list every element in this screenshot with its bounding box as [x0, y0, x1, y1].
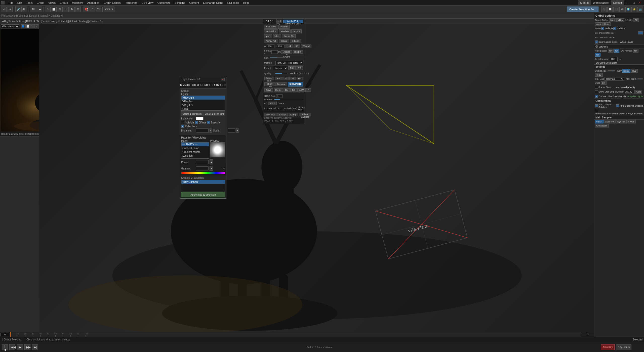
dr-btn[interactable]: DR — [289, 77, 296, 80]
de-btn[interactable]: DE — [282, 77, 289, 80]
render-main-btn[interactable]: RENDER — [288, 82, 303, 86]
quality-slider[interactable] — [275, 73, 288, 74]
forcevray-check[interactable] — [595, 109, 598, 112]
output-btn[interactable]: Output — [291, 29, 302, 33]
on-tab[interactable]: On — [608, 49, 614, 53]
effects-dropdown[interactable]: effectsResult — [1, 24, 19, 28]
lock-btn[interactable]: Lock — [285, 45, 293, 48]
preview-btn[interactable]: Preview — [279, 29, 291, 33]
menu-group[interactable]: Group — [34, 1, 46, 5]
aa-off-tab[interactable]: Off — [633, 18, 639, 22]
selectcam-btn[interactable]: Select cam — [264, 77, 274, 80]
max-tab[interactable]: Max — [609, 18, 616, 22]
off-tab[interactable]: Off — [614, 49, 620, 53]
width-input[interactable] — [267, 45, 274, 48]
comp-btn[interactable]: Comp — [289, 113, 298, 116]
create-btn[interactable]: Create — [279, 39, 289, 43]
gicolor-input[interactable] — [610, 57, 618, 61]
play-btn[interactable]: ▶ — [17, 344, 23, 350]
menu-file[interactable]: File — [7, 1, 15, 5]
light-color-swatch[interactable] — [196, 117, 204, 120]
angle-snap-btn[interactable]: ∠ — [90, 7, 95, 12]
gicaustics-tab[interactable]: GI caustics — [595, 124, 609, 127]
undo-btn[interactable]: ↩ — [1, 7, 7, 12]
timeline-track[interactable]: 0 10 20 30 40 50 60 70 80 90 100 — [10, 332, 581, 337]
rotate-btn[interactable]: ↻ — [69, 7, 75, 12]
filter-dropdown[interactable]: All — [30, 7, 42, 12]
redo-btn[interactable]: ↪ — [7, 7, 13, 12]
dynram-input[interactable] — [625, 90, 635, 94]
menu-animation[interactable]: Animation — [85, 1, 102, 5]
srgb2-tab[interactable]: sRGB — [627, 120, 636, 123]
workspace-dropdown[interactable]: Default — [611, 1, 624, 5]
maps-list[interactable]: — EMPTY — Gradient round Gradient square… — [181, 142, 209, 159]
menu-civil-view[interactable]: Civil View — [139, 1, 155, 5]
menu-customize[interactable]: Customize — [155, 1, 173, 5]
init-save-btn[interactable]: Init / Save — [264, 25, 277, 29]
create-1pt-btn[interactable]: Create 1 point light — [181, 111, 203, 116]
bucketsize-slider[interactable] — [608, 70, 615, 71]
distance-arrow[interactable]: ▲ — [210, 128, 212, 133]
anim-full-btn[interactable]: Anim / Full — [264, 39, 278, 43]
adjust-btn[interactable]: Adjust to Enviro — [281, 50, 292, 54]
cheap-btn[interactable]: Cheap — [277, 113, 288, 116]
spiral-tab[interactable]: Spiral — [622, 69, 630, 73]
save-btn[interactable]: Save — [264, 88, 273, 92]
framestamp-check[interactable] — [595, 86, 598, 89]
prev-frame-btn[interactable]: |◀ — [2, 344, 8, 350]
current-frame-input[interactable] — [1, 333, 9, 336]
vbaa-tab[interactable]: VBAA — [595, 120, 603, 123]
denoise-btn[interactable]: Denoise — [275, 82, 287, 86]
showlast-btn[interactable]: Show Last — [264, 82, 275, 86]
calc-tab[interactable]: Calc — [635, 90, 642, 94]
p-btn[interactable]: P — [306, 88, 311, 92]
view-btn[interactable]: View ▼ — [104, 7, 114, 12]
hlb-tab[interactable]: HLB — [631, 69, 638, 73]
menu-rendering[interactable]: Rendering — [123, 1, 140, 5]
autopilot-tab[interactable]: AutoPilot — [604, 120, 616, 123]
next-key-btn[interactable]: ▶▶ — [24, 344, 30, 350]
menu-modifiers[interactable]: Modifiers — [70, 1, 85, 5]
elem-btn[interactable]: Elem. — [274, 88, 283, 92]
dynthr-tab[interactable]: Dyn Thr — [616, 120, 627, 123]
ed-btn[interactable]: ED — [296, 66, 303, 70]
ignore-alpha-check[interactable]: ✓ — [595, 40, 598, 43]
vraylog-check[interactable] — [595, 90, 598, 93]
sr2-tab[interactable]: SR — [601, 81, 607, 85]
menu-scripting[interactable]: Scripting — [173, 1, 187, 5]
rendersetup-btn[interactable]: ⚙ — [619, 7, 625, 12]
infos-btn[interactable]: Infos — [273, 34, 281, 38]
subpixel-btn[interactable]: SubPixel — [264, 113, 276, 116]
apply-close-btn[interactable]: Apply SR to scene and close — [283, 20, 303, 23]
calmap-select[interactable]: Reinhard — [605, 77, 624, 81]
wizard-btn[interactable]: Wizard — [301, 45, 311, 48]
height-input[interactable] — [277, 45, 285, 48]
anim-fly-btn[interactable]: Anim / Fly — [282, 34, 296, 38]
created-light-1[interactable]: VRayLight001 — [181, 180, 225, 184]
archi-tab[interactable]: Archi — [595, 22, 603, 26]
map-square-soft[interactable]: Square softbox — [181, 158, 209, 159]
move-btn[interactable]: ✛ — [63, 7, 69, 12]
dl-btn[interactable]: DL — [284, 88, 290, 92]
menu-tools[interactable]: Tools — [24, 1, 35, 5]
gamma-arrow[interactable]: ▲ — [210, 166, 213, 171]
select-region-btn[interactable]: ⬜ — [51, 7, 57, 12]
close-btn[interactable]: ✕ — [637, 1, 643, 5]
edit-btn[interactable]: Edit — [288, 66, 296, 70]
minimize-btn[interactable]: — — [624, 1, 631, 5]
embree-check[interactable]: ✓ — [595, 95, 598, 98]
map-grad-square[interactable]: Gradient square — [181, 150, 209, 154]
post-input[interactable] — [276, 94, 283, 98]
menu-edit[interactable]: Edit — [15, 1, 24, 5]
vfb-tool1[interactable]: 🔵 — [21, 24, 25, 28]
map-long-light[interactable]: Long light — [181, 154, 209, 158]
format-input[interactable] — [271, 50, 278, 54]
menu-create[interactable]: Create — [58, 1, 70, 5]
select-btn[interactable]: ↖ — [45, 7, 51, 12]
sign-in-btn[interactable]: Sign In — [578, 1, 591, 5]
bb-btn[interactable]: BB — [290, 88, 297, 92]
create-2pt-btn[interactable]: Create 2 point light — [204, 111, 225, 116]
minprev-slider[interactable] — [274, 99, 302, 100]
select-window-btn[interactable]: ⊞ — [57, 7, 63, 12]
size-slider[interactable] — [270, 57, 285, 58]
